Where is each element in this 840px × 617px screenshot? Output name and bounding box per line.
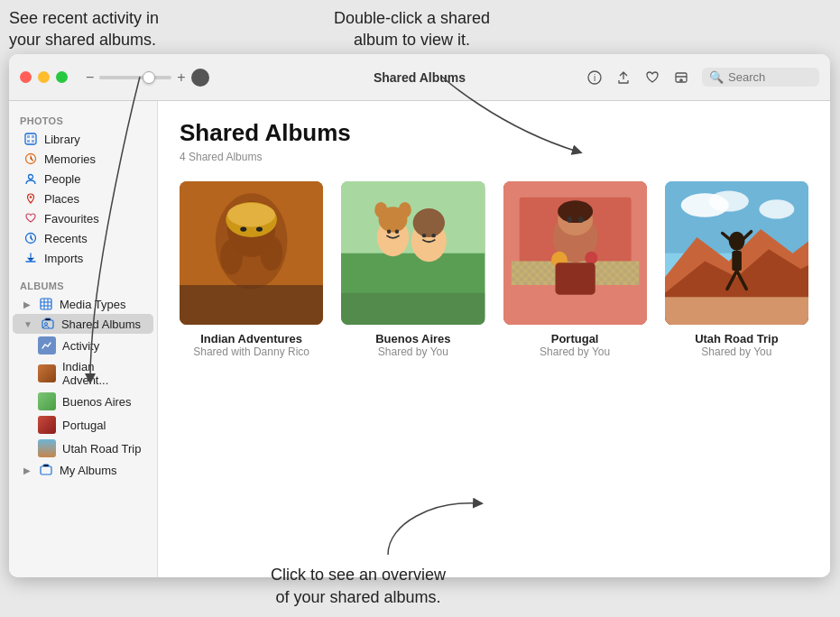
album-name-utah-road-trip: Utah Road Trip: [695, 332, 778, 345]
sidebar-label-media-types: Media Types: [60, 298, 125, 311]
svg-point-55: [585, 252, 597, 264]
svg-point-53: [558, 200, 593, 223]
svg-point-38: [413, 208, 445, 237]
search-box[interactable]: 🔍: [702, 68, 819, 87]
svg-rect-29: [180, 285, 323, 325]
window-body: Photos Library Memories People: [9, 101, 830, 577]
annotation-top-right: Double-click a sharedalbum to view it.: [334, 7, 490, 51]
svg-point-62: [708, 191, 748, 212]
places-icon: [23, 191, 38, 206]
svg-point-35: [374, 202, 387, 218]
buenos-aires-thumb: [38, 392, 56, 410]
album-sharedby-buenos-aires: Shared by You: [378, 345, 448, 358]
portugal-thumb: [38, 416, 56, 434]
sidebar-label-favourites: Favourites: [44, 212, 99, 226]
sidebar-item-buenos-aires[interactable]: Buenos Aires: [13, 390, 153, 413]
svg-point-18: [44, 323, 47, 326]
sidebar-item-my-albums[interactable]: ▶ My Albums: [13, 460, 153, 480]
svg-point-28: [256, 226, 263, 231]
utah-thumb: [38, 439, 56, 457]
search-input[interactable]: [728, 70, 818, 84]
album-card-utah-road-trip[interactable]: Utah Road Trip Shared by You: [665, 181, 808, 358]
sidebar-label-shared-albums: Shared Albums: [61, 318, 141, 331]
traffic-lights: [20, 71, 68, 83]
sidebar-item-library[interactable]: Library: [13, 129, 153, 149]
album-sharedby-utah-road-trip: Shared by You: [701, 345, 771, 358]
album-card-portugal[interactable]: Portugal Shared by You: [503, 181, 647, 358]
maximize-button[interactable]: [56, 71, 68, 83]
svg-point-63: [759, 199, 794, 218]
info-icon[interactable]: i: [586, 69, 603, 86]
album-thumb-portugal: [503, 181, 647, 325]
sidebar-item-shared-albums[interactable]: ▼ Shared Albums: [13, 314, 153, 334]
svg-point-24: [227, 203, 275, 227]
zoom-out-button[interactable]: −: [86, 70, 94, 85]
svg-rect-66: [665, 297, 808, 325]
svg-point-10: [30, 196, 32, 198]
sidebar-item-people[interactable]: People: [13, 169, 153, 189]
view-toggle-button[interactable]: [191, 69, 209, 87]
activity-thumb: [38, 336, 56, 355]
sidebar-label-imports: Imports: [44, 252, 83, 265]
sidebar-item-imports[interactable]: Imports: [13, 248, 153, 268]
memories-icon: [23, 152, 38, 166]
svg-text:i: i: [594, 73, 595, 83]
page-title: Shared Albums: [180, 119, 808, 147]
library-icon: [23, 132, 38, 146]
sidebar-item-portugal[interactable]: Portugal: [13, 413, 153, 437]
zoom-in-button[interactable]: +: [177, 69, 185, 86]
share-icon[interactable]: [615, 69, 632, 86]
sidebar-item-recents[interactable]: Recents: [13, 228, 153, 248]
sidebar-item-indian-advent[interactable]: Indian Advent...: [13, 357, 153, 390]
sidebar-label-places: Places: [44, 192, 79, 206]
album-sharedby-portugal: Shared by You: [540, 345, 610, 358]
people-icon: [23, 171, 38, 186]
sidebar-item-places[interactable]: Places: [13, 189, 153, 208]
sidebar-label-portugal: Portugal: [62, 419, 106, 432]
recents-icon: [23, 231, 38, 245]
album-name-portugal: Portugal: [551, 332, 599, 345]
sidebar-label-indian-advent: Indian Advent...: [62, 360, 143, 387]
favourites-icon: [23, 211, 38, 226]
sidebar-label-activity: Activity: [62, 339, 99, 353]
media-types-icon: [39, 297, 53, 311]
sidebar-label-memories: Memories: [44, 152, 96, 166]
svg-rect-17: [42, 320, 53, 328]
svg-point-25: [220, 240, 243, 275]
svg-point-36: [399, 202, 411, 218]
sidebar-item-media-types[interactable]: ▶ Media Types: [13, 294, 153, 314]
photos-window: − + Shared Albums i: [9, 54, 830, 577]
album-name-buenos-aires: Buenos Aires: [375, 332, 450, 345]
sidebar-label-people: People: [44, 172, 80, 186]
svg-point-9: [29, 175, 33, 180]
shared-albums-icon: [41, 317, 55, 331]
heart-icon[interactable]: [644, 69, 660, 86]
album-card-buenos-aires[interactable]: Buenos Aires Shared by You: [341, 181, 485, 358]
zoom-slider-thumb[interactable]: [143, 71, 155, 84]
add-album-icon[interactable]: [673, 69, 689, 86]
sidebar-label-recents: Recents: [44, 232, 88, 245]
my-albums-icon: [39, 463, 53, 477]
media-types-expand-icon: ▶: [23, 299, 31, 309]
album-card-indian-adventures[interactable]: Indian Adventures Shared with Danny Rico: [180, 181, 323, 358]
sidebar-item-memories[interactable]: Memories: [13, 149, 153, 169]
sidebar-item-utah-road-trip[interactable]: Utah Road Trip: [13, 437, 153, 460]
svg-rect-6: [27, 140, 30, 143]
svg-rect-3: [25, 134, 36, 144]
sidebar-item-favourites[interactable]: Favourites: [13, 208, 153, 228]
album-grid: Indian Adventures Shared with Danny Rico: [180, 181, 808, 358]
album-photo-indian: [180, 181, 323, 325]
sidebar-item-activity[interactable]: Activity: [13, 334, 153, 357]
svg-point-39: [387, 230, 391, 234]
close-button[interactable]: [20, 71, 32, 83]
svg-rect-7: [32, 140, 34, 143]
svg-point-57: [567, 216, 571, 223]
sidebar-label-my-albums: My Albums: [60, 464, 117, 477]
minimize-button[interactable]: [38, 71, 50, 83]
svg-point-40: [395, 230, 399, 234]
album-name-indian-adventures: Indian Adventures: [200, 332, 302, 345]
indian-advent-thumb: [38, 364, 56, 382]
svg-point-41: [422, 234, 426, 237]
zoom-slider-area: − +: [86, 69, 209, 87]
svg-rect-70: [732, 251, 742, 271]
